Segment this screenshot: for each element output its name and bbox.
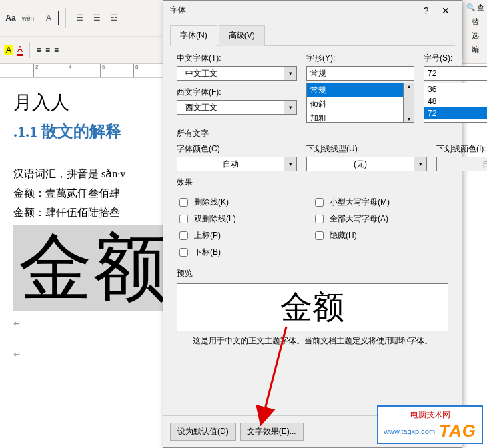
- underline-color-label: 下划线颜色(I):: [436, 143, 487, 155]
- dropdown-icon[interactable]: ▾: [284, 100, 297, 115]
- font-style-label: 字形(Y):: [306, 53, 414, 64]
- watermark-title: 电脑技术网: [384, 409, 476, 421]
- list-bullet-icon[interactable]: ☰: [73, 11, 86, 25]
- all-text-label: 所有文字: [177, 128, 448, 139]
- multilevel-list-icon[interactable]: ☲: [107, 11, 121, 25]
- list-item[interactable]: 常规: [307, 83, 403, 97]
- all-caps-checkbox[interactable]: 全部大写字母(A): [312, 213, 448, 225]
- preview-box: 金额: [177, 283, 448, 331]
- find-button[interactable]: 🔍查: [466, 3, 484, 13]
- dropdown-icon[interactable]: ▾: [284, 66, 297, 81]
- dialog-tabs: 字体(N) 高级(V): [170, 20, 455, 46]
- font-color-label: 字体颜色(C):: [177, 143, 297, 155]
- font-color-icon[interactable]: A: [17, 45, 23, 56]
- phonetic-guide-icon[interactable]: wén: [21, 11, 35, 25]
- list-item[interactable]: 加粗: [307, 111, 403, 123]
- tab-font[interactable]: 字体(N): [170, 25, 217, 46]
- separator: [29, 42, 30, 58]
- strikethrough-checkbox[interactable]: 删除线(K): [177, 196, 312, 209]
- watermark-url: www.tagxp.com: [384, 427, 435, 435]
- scrollbar[interactable]: ▴▾: [404, 83, 414, 123]
- list-number-icon[interactable]: ☱: [90, 11, 103, 25]
- char-border-icon[interactable]: A: [39, 11, 59, 25]
- cn-font-input[interactable]: [177, 66, 284, 81]
- subscript-checkbox[interactable]: 下标(B): [177, 246, 312, 259]
- font-style-listbox[interactable]: 常规 倾斜 加粗: [306, 83, 404, 123]
- search-icon: 🔍: [466, 3, 476, 12]
- effects-label: 效果: [177, 177, 448, 188]
- selected-big-text: 金额: [13, 225, 173, 311]
- help-button[interactable]: ?: [418, 4, 434, 17]
- dropdown-icon[interactable]: ▾: [284, 157, 297, 171]
- preview-label: 预览: [177, 268, 448, 279]
- dialog-title-text: 字体: [170, 5, 186, 16]
- underline-color-combo: ▾: [436, 157, 487, 171]
- font-size-label: 字号(S):: [424, 53, 487, 64]
- dialog-titlebar[interactable]: 字体 ? ✕: [163, 1, 462, 20]
- cn-font-label: 中文字体(T):: [177, 53, 297, 64]
- watermark: 电脑技术网 www.tagxp.com TAG: [377, 405, 483, 444]
- hidden-checkbox[interactable]: 隐藏(H): [312, 229, 448, 242]
- editing-panel: 🔍查 替 选 编: [462, 0, 487, 59]
- select-button[interactable]: 选: [472, 31, 479, 41]
- separator: [65, 8, 66, 28]
- align-center-icon[interactable]: ≡: [45, 45, 50, 55]
- west-font-label: 西文字体(F):: [177, 87, 297, 98]
- font-dialog: 字体 ? ✕ 字体(N) 高级(V) 中文字体(T): ▾ 西文字体(F): ▾: [163, 0, 462, 448]
- list-item[interactable]: 倾斜: [307, 97, 403, 111]
- underline-style-combo[interactable]: ▾: [306, 157, 427, 171]
- align-left-icon[interactable]: ≡: [37, 45, 41, 55]
- set-default-button[interactable]: 设为默认值(D): [170, 423, 236, 441]
- underline-style-label: 下划线线型(U):: [306, 143, 427, 155]
- dropdown-icon[interactable]: ▾: [414, 157, 427, 171]
- preview-text: 金额: [280, 286, 344, 329]
- font-case-icon[interactable]: Aa: [4, 11, 17, 25]
- list-item[interactable]: 72: [424, 107, 487, 119]
- font-color-combo[interactable]: ▾: [177, 157, 297, 171]
- replace-button[interactable]: 替: [472, 17, 479, 27]
- font-size-listbox[interactable]: 36 48 72: [424, 83, 487, 123]
- small-caps-checkbox[interactable]: 小型大写字母(M): [312, 196, 448, 209]
- watermark-tag: TAG: [439, 421, 476, 441]
- highlight-icon[interactable]: A: [4, 45, 13, 55]
- list-item[interactable]: 36: [424, 83, 487, 95]
- double-strikethrough-checkbox[interactable]: 双删除线(L): [177, 213, 312, 225]
- west-font-input[interactable]: [177, 100, 284, 115]
- font-size-input[interactable]: [424, 66, 487, 81]
- tab-advanced[interactable]: 高级(V): [219, 25, 265, 46]
- text-effects-button[interactable]: 文字效果(E)...: [240, 423, 304, 441]
- superscript-checkbox[interactable]: 上标(P): [177, 229, 312, 242]
- cn-font-combo[interactable]: ▾: [177, 66, 297, 81]
- align-right-icon[interactable]: ≡: [54, 45, 59, 55]
- close-button[interactable]: ✕: [436, 4, 455, 17]
- hint-text: 这是用于中文的正文主题字体。当前文档主题定义将使用哪种字体。: [177, 335, 448, 347]
- list-item[interactable]: 48: [424, 95, 487, 107]
- font-style-input[interactable]: [306, 66, 414, 81]
- west-font-combo[interactable]: ▾: [177, 100, 297, 115]
